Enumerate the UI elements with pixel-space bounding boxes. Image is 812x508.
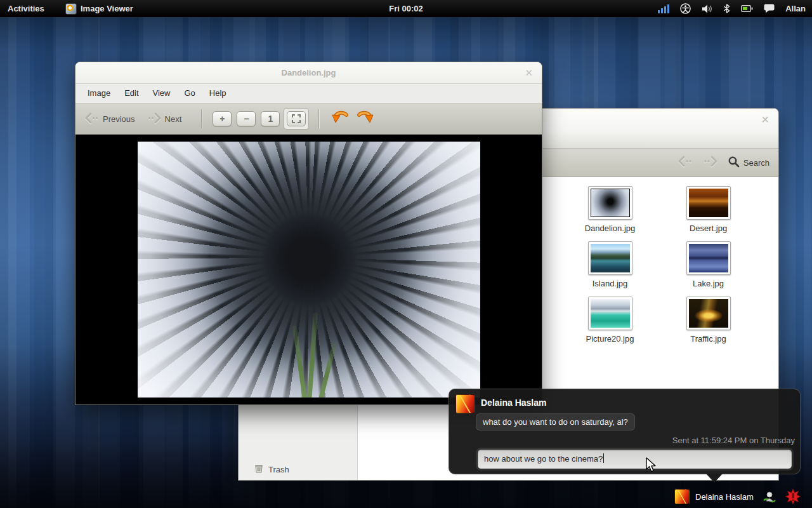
- dandelion-photo: [138, 142, 480, 398]
- image-viewer-window: Dandelion.jpg ✕ Image Edit View Go Help …: [75, 62, 542, 405]
- chat-message: what do you want to do on saturday, al?: [476, 413, 635, 431]
- next-label: Next: [165, 114, 182, 124]
- image-viewer-titlebar[interactable]: Dandelion.jpg ✕: [75, 62, 542, 84]
- image-viewer-menubar: Image Edit View Go Help: [75, 84, 542, 103]
- contact-avatar: [455, 394, 475, 413]
- reply-text: how about we go to the cinema?: [484, 454, 603, 464]
- toolbar-separator: [201, 109, 202, 128]
- file-item[interactable]: Traffic.jpg: [659, 297, 757, 352]
- update-alert-icon[interactable]: [785, 489, 801, 507]
- file-name: Picture20.jpg: [586, 334, 634, 344]
- clock[interactable]: Fri 00:02: [389, 0, 422, 17]
- file-thumbnail: [588, 186, 632, 220]
- previous-label: Previous: [103, 114, 135, 124]
- notification-tail: [706, 474, 723, 483]
- image-viewer-app-icon: [65, 3, 77, 15]
- file-name: Dandelion.jpg: [585, 224, 636, 233]
- top-bar: Activities Image Viewer Fri 00:02 Allan: [0, 0, 812, 17]
- file-item[interactable]: Lake.jpg: [659, 241, 757, 297]
- rotate-clockwise-button[interactable]: [357, 110, 374, 128]
- dandelion-stem: [292, 325, 307, 398]
- contact-name: Delaina Haslam: [481, 398, 547, 408]
- normal-size-button[interactable]: 1: [261, 111, 280, 126]
- menu-go[interactable]: Go: [178, 84, 202, 103]
- file-name: Desert.jpg: [690, 224, 727, 233]
- tray-contact-name: Delaina Haslam: [695, 492, 754, 502]
- file-thumbnail: [686, 186, 731, 220]
- close-icon[interactable]: ✕: [761, 114, 769, 126]
- app-menu-label: Image Viewer: [81, 4, 133, 13]
- reply-input[interactable]: how about we go to the cinema?: [477, 449, 792, 469]
- file-grid: Dandelion.jpg Desert.jpg Island.jpg Lake…: [561, 186, 757, 352]
- chat-notification: Delaina Haslam what do you want to do on…: [449, 389, 801, 474]
- toolbar-separator: [318, 109, 319, 128]
- file-name: Lake.jpg: [693, 279, 724, 288]
- back-button[interactable]: [677, 156, 693, 170]
- menu-view[interactable]: View: [146, 84, 178, 103]
- file-thumbnail: [588, 241, 632, 275]
- bluetooth-icon[interactable]: [723, 4, 730, 13]
- chat-status-icon[interactable]: [763, 490, 776, 507]
- zoom-in-button[interactable]: +: [213, 111, 232, 126]
- search-icon: [728, 156, 740, 170]
- volume-icon[interactable]: [702, 4, 712, 13]
- file-item[interactable]: Dandelion.jpg: [561, 186, 659, 241]
- trash-icon: [254, 464, 264, 476]
- best-fit-button[interactable]: [284, 108, 309, 130]
- search-button[interactable]: Search: [728, 156, 769, 170]
- file-item[interactable]: Island.jpg: [561, 241, 659, 297]
- chevron-right-icon: [147, 112, 162, 126]
- accessibility-icon[interactable]: [680, 3, 691, 14]
- mouse-cursor: [646, 457, 657, 476]
- dandelion-stem: [307, 312, 318, 398]
- zoom-out-button[interactable]: −: [237, 111, 256, 126]
- file-item[interactable]: Desert.jpg: [659, 186, 757, 241]
- file-name: Traffic.jpg: [690, 334, 726, 344]
- file-thumbnail: [686, 297, 731, 330]
- activities-button[interactable]: Activities: [8, 0, 44, 17]
- close-icon[interactable]: ✕: [525, 67, 533, 79]
- file-thumbnail: [588, 297, 632, 330]
- menu-image[interactable]: Image: [81, 84, 117, 103]
- rotate-counterclockwise-button[interactable]: [331, 110, 349, 128]
- chat-bubble-icon[interactable]: [764, 4, 775, 13]
- text-caret: [603, 453, 604, 463]
- search-label: Search: [743, 158, 769, 168]
- tray-chat-item[interactable]: Delaina Haslam: [674, 489, 754, 504]
- network-signal-icon[interactable]: [658, 4, 669, 13]
- sidebar-item-trash[interactable]: Trash: [254, 464, 289, 476]
- image-canvas[interactable]: [75, 135, 542, 404]
- file-name: Island.jpg: [593, 279, 628, 288]
- menu-help[interactable]: Help: [202, 84, 233, 103]
- app-menu[interactable]: Image Viewer: [65, 0, 133, 17]
- message-timestamp: Sent at 11:59:24 PM on Thursday: [672, 436, 795, 445]
- dandelion-stem: [318, 342, 337, 398]
- file-item[interactable]: Picture20.jpg: [561, 297, 659, 352]
- next-button[interactable]: Next: [147, 112, 182, 126]
- username-label[interactable]: Allan: [785, 4, 806, 13]
- sidebar-trash-label: Trash: [268, 465, 289, 474]
- contact-avatar: [674, 489, 690, 504]
- chevron-left-icon: [84, 112, 100, 126]
- best-fit-icon: [287, 111, 306, 126]
- window-title: Dandelion.jpg: [282, 68, 336, 77]
- menu-edit[interactable]: Edit: [117, 84, 145, 103]
- forward-button[interactable]: [702, 156, 719, 170]
- image-viewer-toolbar: Previous Next + − 1: [75, 103, 542, 135]
- file-thumbnail: [686, 241, 731, 275]
- previous-button[interactable]: Previous: [84, 112, 135, 126]
- battery-icon[interactable]: [741, 5, 753, 12]
